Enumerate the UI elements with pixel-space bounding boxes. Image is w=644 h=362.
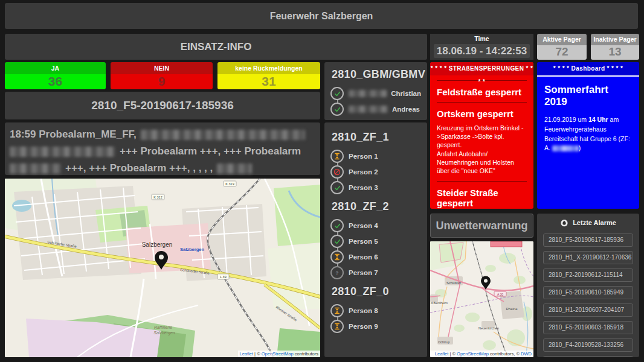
hourglass-icon <box>330 304 344 317</box>
roadblock-text: Kreuzung im Ortskern Brinkel ->Sparkasse… <box>437 124 527 175</box>
recent-alarms-list: 2810_F5-20190617-1859362810_H1_X-2019061… <box>537 233 639 357</box>
active-pager-value: 72 <box>537 45 587 60</box>
inactive-pager-value: 13 <box>591 45 639 60</box>
main-map-industrial-label: Raffinerie <box>154 325 172 329</box>
main-map-canvas: Schüttorfer Straße Schüttorfer Straße Rh… <box>5 179 320 357</box>
svg-text:?: ? <box>336 270 339 276</box>
alarm-message-line: +++, +++ Probealarm +++, , , , , <box>10 160 315 177</box>
town-label: Ochtrup <box>438 340 450 344</box>
member-row: ?Person 7 <box>330 265 421 281</box>
einsatz-id: 2810_F5-20190617-185936 <box>91 99 234 112</box>
redacted-text <box>10 164 61 174</box>
active-pager-label: Aktive Pager <box>537 34 587 45</box>
motorway-badge: A 30 <box>497 293 503 296</box>
main-map-station-label: Salzbergen <box>180 247 204 252</box>
check-icon <box>330 87 344 100</box>
member-row: Person 2 <box>330 164 421 180</box>
member-row: Person 4 <box>330 218 421 233</box>
check-icon <box>330 235 344 248</box>
weather-map[interactable]: A 30 Schüttorf d Bentheim Rheine Neuenki… <box>430 241 533 357</box>
member-row: Person 1 <box>330 148 421 164</box>
member-name: Person 5 <box>349 238 378 245</box>
town-label: Neuenkirchen <box>478 326 499 330</box>
member-name: Person 7 <box>349 269 378 276</box>
member-row: Person 6 <box>330 249 421 265</box>
member-row: Christian <box>330 86 421 101</box>
check-icon <box>330 181 344 194</box>
hourglass-icon <box>330 250 344 264</box>
alarm-list-item[interactable] <box>543 356 633 357</box>
alarm-list-item[interactable]: 2810_F5-20190617-185936 <box>543 233 633 247</box>
zf-groups: 2810_ZF_1Person 1Person 2Person 32810_ZF… <box>330 131 421 334</box>
dashboard-header: * * * * Dashboard * * * * <box>537 62 639 75</box>
group-title: 2810_ZF_1 <box>332 131 421 144</box>
dashboard-event-date: 21.09.2019 um 14 Uhr am <box>544 115 632 125</box>
alarm-list-item[interactable]: 2810_H1-20190607-204107 <box>543 303 633 317</box>
check-icon <box>330 219 344 232</box>
alarm-message-line: +++ Probealarm +++, +++ Probealarm <box>10 143 315 160</box>
main-map[interactable]: Schüttorfer Straße Schüttorfer Straße Rh… <box>5 179 320 357</box>
member-name: Person 2 <box>349 168 378 176</box>
weather-warning-header: Unwetterwarnung <box>430 214 533 238</box>
hourglass-icon <box>330 150 344 163</box>
check-icon <box>330 103 344 116</box>
dwd-link[interactable]: DWD <box>521 351 532 357</box>
roadblocks-list: Feldstraße gesperrtOrtskern gesperrtKreu… <box>430 80 533 209</box>
redacted-text <box>217 164 252 174</box>
inactive-pager-label: Inaktive Pager <box>591 34 639 45</box>
alarm-list-item[interactable]: 2810_H1_X-20190612-170636 <box>543 251 633 264</box>
alarm-list-item[interactable]: 2810_F5-20190610-185949 <box>543 286 633 299</box>
road-badge: K 319 <box>225 182 234 186</box>
weather-map-canvas: A 30 Schüttorf d Bentheim Rheine Neuenki… <box>430 241 533 357</box>
alarm-message-panel: 18:59 Probealarm_ME_FF, +++ Probealarm +… <box>5 122 320 175</box>
divider <box>437 181 527 182</box>
member-name: Christian <box>391 90 421 97</box>
redacted-text <box>10 147 115 157</box>
town-label: d Bentheim <box>431 301 448 305</box>
status-ja-label: JA <box>5 62 106 74</box>
roadblock-title: Ortskern gesperrt <box>437 109 527 119</box>
group-title: 2810_ZF_0 <box>332 285 421 298</box>
member-name: Person 4 <box>349 222 378 229</box>
status-nein-value: 9 <box>111 74 213 89</box>
alarm-text: 18:59 Probealarm_ME_FF, <box>10 129 137 141</box>
inactive-pager-box: Inaktive Pager 13 <box>591 34 639 60</box>
redacted-text <box>141 130 305 140</box>
leaflet-link[interactable]: Leaflet <box>435 351 449 357</box>
question-icon: ? <box>330 266 344 279</box>
roadblocks-header: * * * * STRAßENSPERRUNGEN * * * * <box>430 62 533 75</box>
einsatz-id-bar: 2810_F5-20190617-185936 <box>5 92 320 119</box>
osm-link[interactable]: OpenStreetMap <box>457 351 489 357</box>
dashboard-event-title: Sommerfahrt 2019 <box>544 84 632 108</box>
status-nein-label: NEIN <box>111 62 213 74</box>
status-box-ja: JA 36 <box>5 62 106 89</box>
status-keine-label: keine Rückmeldungen <box>217 62 320 74</box>
roadblock-title: Steider Straße gesperrt <box>437 188 527 208</box>
redacted-name <box>349 106 388 113</box>
alarm-list-item[interactable]: 2810_F2-20190612-115114 <box>543 268 633 282</box>
fire-icon <box>560 218 568 227</box>
member-row: Andreas <box>330 101 421 117</box>
member-row: Person 9 <box>330 319 421 334</box>
status-box-keine-rueckmeldungen: keine Rückmeldungen 31 <box>217 62 320 89</box>
group-panel-zf: 2810_ZF_1Person 1Person 2Person 32810_ZF… <box>324 122 427 357</box>
member-name: Person 6 <box>349 253 378 261</box>
group-title: 2810_GBM/GBMV <box>332 68 421 81</box>
member-list: Person 4Person 5Person 6?Person 7 <box>330 218 421 281</box>
time-panel: Time 18.06.19 - 14:22:53 <box>430 34 533 60</box>
leaflet-link[interactable]: Leaflet <box>240 351 254 357</box>
member-row: Person 3 <box>330 180 421 195</box>
roadblocks-panel: * * * * STRAßENSPERRUNGEN * * * * Feldst… <box>430 62 533 209</box>
member-row: Person 8 <box>330 303 421 319</box>
dashboard-panel: * * * * Dashboard * * * * Sommerfahrt 20… <box>537 62 639 209</box>
alarm-text: +++, +++ Probealarm +++, , , , , <box>65 162 213 174</box>
alarm-list-item[interactable]: 2810_F4-20190528-133256 <box>543 338 633 352</box>
blocked-icon <box>330 165 344 179</box>
osm-link[interactable]: OpenStreetMap <box>262 351 294 357</box>
redacted-text <box>552 145 579 151</box>
member-name: Person 3 <box>349 184 378 191</box>
alarm-list-item[interactable]: 2810_F5-20190603-185918 <box>543 321 633 334</box>
group-title: 2810_ZF_2 <box>332 200 421 213</box>
town-label: Schüttorf <box>446 281 461 285</box>
recent-alarms-header: Letzte Alarme <box>537 214 639 229</box>
